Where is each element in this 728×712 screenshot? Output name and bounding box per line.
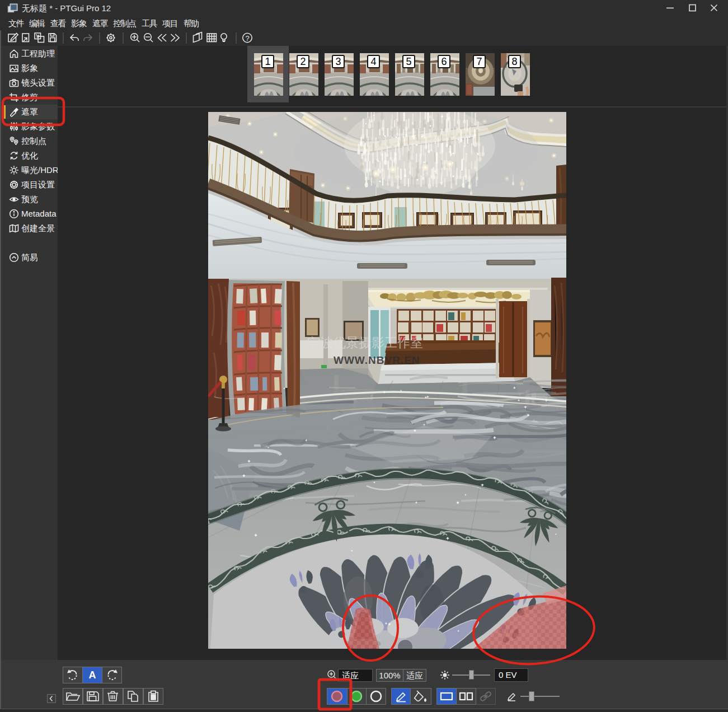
svg-text:WWW.NBVR.EN: WWW.NBVR.EN <box>334 354 420 366</box>
svg-text:?: ? <box>245 34 249 43</box>
svg-text:宁波优景摄影工作室: 宁波优景摄影工作室 <box>307 335 423 350</box>
